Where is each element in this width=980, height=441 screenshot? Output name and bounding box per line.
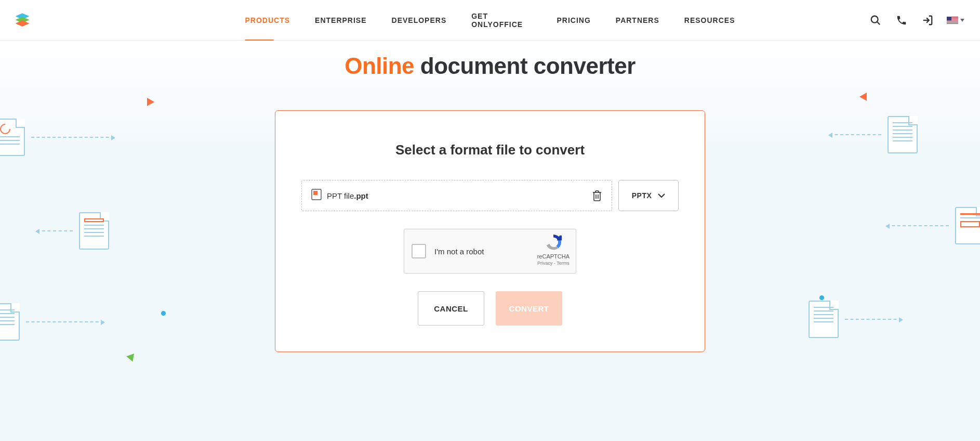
svg-line-4 (877, 21, 880, 24)
brand-logo[interactable] (14, 11, 31, 29)
page-title-rest: document converter (414, 53, 635, 79)
page-title: Online document converter (0, 53, 980, 79)
decoration-dot-icon (819, 295, 824, 300)
svg-marker-14 (960, 19, 964, 22)
nav-item-developers[interactable]: DEVELOPERS (392, 0, 447, 40)
nav-item-resources[interactable]: RESOURCES (684, 0, 735, 40)
decoration-doc-icon (809, 301, 902, 338)
recaptcha-terms-link[interactable]: Terms (557, 261, 570, 266)
decoration-triangle-icon (859, 93, 867, 101)
nav-item-get-onlyoffice[interactable]: GET ONLYOFFICE (471, 0, 532, 40)
card-heading: Select a format file to convert (301, 142, 679, 158)
phone-icon[interactable] (895, 14, 908, 27)
file-name: PPT file.ppt (327, 191, 368, 200)
hero-section: Online document converter Select a forma… (0, 41, 980, 441)
svg-rect-16 (313, 191, 317, 195)
file-row: PPT file.ppt PPTX (301, 180, 679, 211)
recaptcha-privacy-link[interactable]: Privacy (537, 261, 553, 266)
login-icon[interactable] (921, 14, 934, 27)
file-presentation-icon (311, 189, 322, 202)
cancel-button[interactable]: CANCEL (418, 291, 484, 326)
decoration-doc-icon (886, 207, 980, 244)
search-icon[interactable] (869, 14, 882, 27)
selected-file[interactable]: PPT file.ppt (301, 180, 612, 211)
decoration-doc-icon (36, 212, 109, 250)
nav-item-enterprise[interactable]: ENTERPRISE (315, 0, 366, 40)
convert-button[interactable]: CONVERT (496, 291, 562, 326)
recaptcha-checkbox[interactable] (412, 244, 426, 258)
primary-nav: PRODUCTS ENTERPRISE DEVELOPERS GET ONLYO… (245, 0, 735, 40)
svg-rect-13 (947, 17, 951, 21)
svg-marker-2 (15, 20, 29, 27)
decoration-triangle-icon (126, 354, 137, 364)
delete-file-button[interactable] (592, 190, 602, 201)
nav-item-partners[interactable]: PARTNERS (616, 0, 659, 40)
header-actions (869, 14, 970, 27)
recaptcha-label: I'm not a robot (434, 247, 484, 256)
svg-point-3 (871, 16, 878, 22)
output-format-select[interactable]: PPTX (618, 180, 679, 211)
decoration-doc-icon (829, 116, 918, 153)
nav-item-products[interactable]: PRODUCTS (245, 0, 290, 40)
language-selector[interactable] (947, 17, 964, 24)
site-header: PRODUCTS ENTERPRISE DEVELOPERS GET ONLYO… (0, 0, 980, 41)
recaptcha-branding: reCAPTCHA Privacy - Terms (537, 234, 570, 266)
page-title-accent: Online (345, 53, 414, 79)
flag-us-icon (947, 17, 958, 24)
chevron-down-icon (658, 193, 665, 198)
decoration-doc-icon (0, 303, 104, 341)
decoration-triangle-icon (147, 98, 154, 106)
svg-rect-10 (947, 20, 958, 21)
converter-card: Select a format file to convert PPT file… (275, 110, 705, 352)
nav-item-pricing[interactable]: PRICING (557, 0, 591, 40)
svg-rect-11 (947, 21, 958, 22)
recaptcha-widget: I'm not a robot reCAPTCHA Privacy - Term… (404, 229, 576, 274)
recaptcha-icon (544, 234, 563, 251)
svg-rect-12 (947, 22, 958, 23)
decoration-dot-icon (161, 311, 166, 316)
decoration-doc-icon (0, 119, 114, 156)
output-format-value: PPTX (632, 191, 652, 200)
card-actions: CANCEL CONVERT (301, 291, 679, 326)
chevron-down-icon (960, 19, 964, 22)
